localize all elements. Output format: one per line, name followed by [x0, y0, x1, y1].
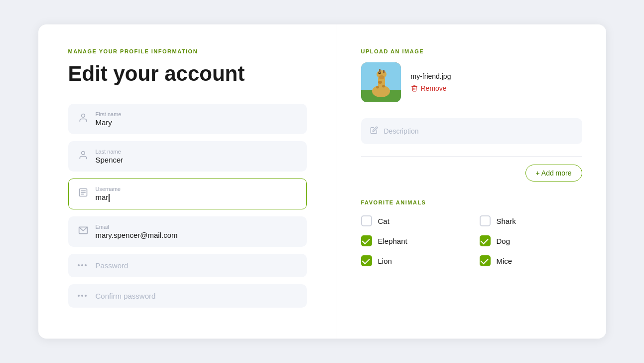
right-panel: UPLOAD AN IMAGE: [337, 24, 606, 338]
last-name-field[interactable]: Last name Spencer: [68, 141, 307, 172]
animal-name: Shark: [497, 217, 516, 225]
confirm-password-content: Confirm password: [96, 292, 156, 300]
animal-item[interactable]: Dog: [480, 235, 582, 246]
animal-checkbox[interactable]: [480, 255, 491, 266]
username-field[interactable]: Username mar: [68, 179, 307, 209]
upload-section-label: UPLOAD AN IMAGE: [361, 48, 582, 54]
animal-item[interactable]: Lion: [361, 255, 464, 266]
svg-point-0: [81, 114, 85, 117]
animal-name: Elephant: [378, 237, 407, 245]
dots-password-icon: [78, 264, 89, 266]
animals-section-label: FAVORITE ANIMALS: [361, 199, 582, 205]
page-title: Edit your account: [68, 62, 307, 85]
email-content: Email mary.spencer@mail.com: [96, 224, 178, 239]
animal-item[interactable]: Shark: [480, 215, 582, 226]
document-icon: [78, 187, 89, 200]
trash-icon: [411, 84, 418, 92]
svg-point-19: [376, 86, 379, 89]
animal-item[interactable]: Mice: [480, 255, 582, 266]
user-icon: [78, 113, 89, 125]
main-card: MANAGE YOUR PROFILE INFORMATION Edit you…: [38, 24, 606, 338]
email-value: mary.spencer@mail.com: [96, 231, 178, 239]
animal-item[interactable]: Cat: [361, 215, 464, 226]
image-row: my-friend.jpg Remove: [361, 62, 582, 102]
animals-section: FAVORITE ANIMALS CatSharkElephantDogLion…: [361, 199, 582, 266]
svg-rect-16: [383, 70, 385, 73]
description-field[interactable]: Description: [361, 118, 582, 144]
svg-point-18: [382, 85, 385, 88]
avatar: [361, 62, 401, 102]
animal-checkbox[interactable]: [361, 255, 372, 266]
username-content: Username mar: [96, 186, 121, 202]
username-label: Username: [96, 186, 121, 192]
animal-checkbox[interactable]: [480, 235, 491, 246]
remove-button[interactable]: Remove: [411, 84, 451, 92]
password-field[interactable]: Password: [68, 254, 307, 277]
animal-name: Lion: [378, 257, 392, 265]
first-name-field[interactable]: First name Mary: [68, 104, 307, 134]
password-placeholder: Password: [96, 261, 129, 270]
user-icon-2: [78, 150, 89, 163]
animal-name: Mice: [497, 257, 513, 265]
image-info: my-friend.jpg Remove: [411, 72, 451, 92]
image-filename: my-friend.jpg: [411, 72, 451, 80]
first-name-label: First name: [96, 111, 122, 117]
add-more-button[interactable]: + Add more: [525, 165, 582, 182]
add-more-row: + Add more: [361, 156, 582, 182]
last-name-content: Last name Spencer: [96, 149, 124, 164]
pencil-icon: [370, 126, 378, 136]
dots-confirm-icon: [78, 295, 89, 297]
upload-section: UPLOAD AN IMAGE: [361, 48, 582, 102]
confirm-password-field[interactable]: Confirm password: [68, 284, 307, 308]
username-value: mar: [96, 193, 121, 202]
animals-grid: CatSharkElephantDogLionMice: [361, 215, 582, 266]
section-label-profile: MANAGE YOUR PROFILE INFORMATION: [68, 48, 307, 54]
svg-point-17: [378, 81, 382, 84]
animal-item[interactable]: Elephant: [361, 235, 464, 246]
email-label: Email: [96, 224, 178, 230]
svg-point-12: [379, 75, 385, 79]
email-icon: [78, 225, 89, 238]
email-field[interactable]: Email mary.spencer@mail.com: [68, 216, 307, 247]
svg-point-1: [81, 151, 85, 155]
description-placeholder: Description: [384, 127, 419, 135]
text-cursor: [109, 194, 110, 202]
animal-checkbox[interactable]: [361, 235, 372, 246]
animal-checkbox[interactable]: [480, 215, 491, 226]
animal-name: Cat: [378, 217, 389, 225]
confirm-password-placeholder: Confirm password: [96, 292, 156, 300]
last-name-label: Last name: [96, 149, 124, 155]
animal-checkbox[interactable]: [361, 215, 372, 226]
animal-name: Dog: [497, 237, 511, 245]
first-name-content: First name Mary: [96, 111, 122, 127]
last-name-value: Spencer: [96, 156, 124, 164]
left-panel: MANAGE YOUR PROFILE INFORMATION Edit you…: [38, 24, 337, 338]
svg-rect-15: [379, 69, 381, 73]
password-content: Password: [96, 261, 129, 270]
first-name-value: Mary: [96, 118, 122, 127]
